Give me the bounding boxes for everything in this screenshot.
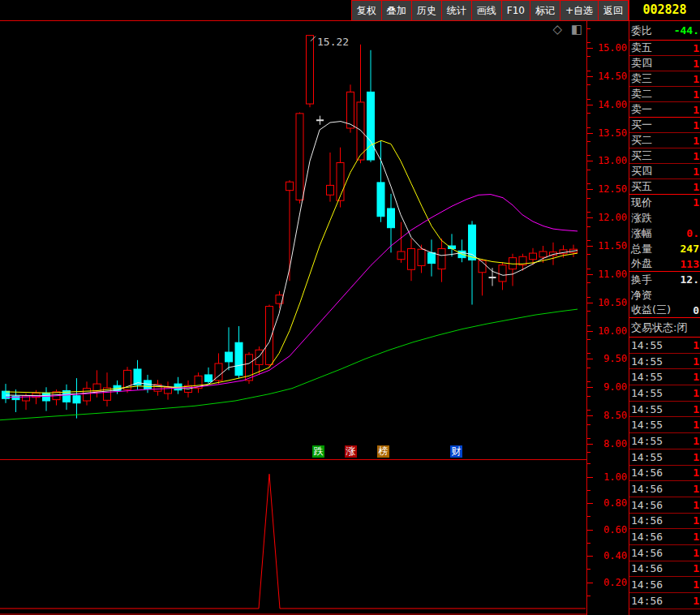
outer-vol-row: 外盘113 xyxy=(629,256,700,272)
toolbar-button-6[interactable]: F10 xyxy=(502,1,530,20)
ask-row-1[interactable]: 卖一1 xyxy=(629,102,700,118)
axis-tick xyxy=(587,212,590,213)
axis-tick xyxy=(587,183,590,184)
axis-tick xyxy=(587,381,590,382)
axis-tick xyxy=(587,516,590,517)
axis-tick xyxy=(587,410,590,411)
axis-tick xyxy=(587,424,590,425)
tick-price: 1 xyxy=(693,339,699,351)
diamond-icon[interactable]: ◇ xyxy=(552,22,562,37)
tag-跌[interactable]: 跌 xyxy=(312,445,324,458)
ask-row-3[interactable]: 卖三1 xyxy=(629,71,700,87)
axis-tick-label: 12.50 xyxy=(598,183,627,195)
tick-row: 14:561 xyxy=(629,514,700,530)
toolbar-button-8[interactable]: +自选 xyxy=(560,1,599,20)
axis-tick xyxy=(587,274,593,275)
tick-row: 14:561 xyxy=(629,466,700,482)
axis-tick xyxy=(587,503,593,504)
bid-row-5[interactable]: 买五1 xyxy=(629,179,700,195)
toolbar-button-2[interactable]: 叠加 xyxy=(382,1,412,20)
top-bar: 复权叠加历史统计画线F10标记+自选返回 002828 xyxy=(0,0,700,21)
change-pct-row-value: 0. xyxy=(686,227,699,239)
tick-time: 14:55 xyxy=(631,387,663,399)
change-pct-row-label: 涨幅 xyxy=(631,226,652,241)
axis-tick-label: 0.60 xyxy=(603,524,627,535)
axis-tick-label: 9.00 xyxy=(603,381,627,393)
tick-row: 14:551 xyxy=(629,433,700,449)
axis-tick-label: 8.50 xyxy=(603,410,627,421)
tick-price: 1 xyxy=(693,578,699,591)
axis-tick xyxy=(587,99,590,100)
volume-row: 总量247 xyxy=(629,241,700,256)
axis-tick xyxy=(587,56,590,57)
toolbar-button-4[interactable]: 统计 xyxy=(442,1,472,20)
indicator-chart[interactable] xyxy=(0,460,586,615)
tick-row: 14:551 xyxy=(629,338,700,354)
bid-row-4[interactable]: 买四1 xyxy=(629,164,700,179)
ask-row-4[interactable]: 卖四1 xyxy=(629,56,700,71)
axis-tick-label: 11.50 xyxy=(598,240,627,252)
axis-tick-label: 15.00 xyxy=(598,42,627,54)
axis-tick xyxy=(587,325,590,326)
stock-code: 002828 xyxy=(629,0,700,20)
tag-榜[interactable]: 榜 xyxy=(377,445,389,458)
toolbar-button-7[interactable]: 标记 xyxy=(530,1,560,20)
tick-row: 14:561 xyxy=(629,593,700,609)
tick-row: 14:551 xyxy=(629,369,700,385)
toolbar-button-9[interactable]: 返回 xyxy=(599,1,629,20)
bid-row-2[interactable]: 买二1 xyxy=(629,133,700,148)
ask-row-2-value: 1 xyxy=(693,88,699,101)
toolbar-button-5[interactable]: 画线 xyxy=(472,1,502,20)
axis-tick xyxy=(587,339,590,340)
outer-vol-row-label: 外盘 xyxy=(631,256,652,271)
main-chart[interactable]: 15.22 ◇ ◧ 跌涨榜财 xyxy=(0,21,586,460)
axis-tick xyxy=(587,556,593,557)
axis-tick xyxy=(587,463,590,464)
ask-row-4-label: 卖四 xyxy=(631,56,652,71)
axis-tick xyxy=(587,48,593,49)
bid-row-5-value: 1 xyxy=(693,181,699,193)
ask-row-5-label: 卖五 xyxy=(631,41,652,55)
eps-row: 收益(三)0 xyxy=(629,303,700,318)
bid-row-3-label: 买三 xyxy=(631,148,652,163)
bid-row-2-value: 1 xyxy=(693,135,699,147)
tick-row: 14:551 xyxy=(629,449,700,466)
axis-tick xyxy=(587,543,590,544)
toolbar-button-1[interactable]: 复权 xyxy=(352,1,382,20)
axis-tick xyxy=(587,254,590,255)
tick-time: 14:56 xyxy=(631,514,663,527)
bid-row-5-label: 买五 xyxy=(631,179,652,194)
tick-time: 14:55 xyxy=(631,419,663,431)
bid-row-3[interactable]: 买三1 xyxy=(629,148,700,164)
bid-row-1-label: 买一 xyxy=(631,118,652,132)
tag-财[interactable]: 财 xyxy=(450,445,462,458)
volume-row-value: 247 xyxy=(681,243,699,255)
ask-row-3-value: 1 xyxy=(693,73,699,85)
axis-tick xyxy=(587,240,590,241)
axis-tick xyxy=(587,359,593,359)
axis-tick xyxy=(587,490,590,491)
toolbar-button-3[interactable]: 历史 xyxy=(412,1,442,20)
eps-row-value: 0 xyxy=(693,304,699,316)
tick-row: 14:551 xyxy=(629,402,700,418)
bid-row-1-value: 1 xyxy=(693,119,699,131)
axis-tick-label: 0.40 xyxy=(603,550,627,561)
axis-tick xyxy=(587,396,590,397)
axis-tick-label: 10.00 xyxy=(598,325,627,337)
axis-tick xyxy=(587,282,590,283)
tick-price: 1 xyxy=(693,387,699,399)
bid-row-1[interactable]: 买一1 xyxy=(629,118,700,133)
ask-row-5[interactable]: 卖五1 xyxy=(629,41,700,56)
tag-涨[interactable]: 涨 xyxy=(345,445,357,458)
axis-tick xyxy=(587,311,590,312)
tick-price: 1 xyxy=(693,483,699,495)
axis-tick xyxy=(587,42,590,43)
axis-tick xyxy=(587,530,593,531)
axis-tick xyxy=(587,105,593,105)
tick-time: 14:56 xyxy=(631,547,663,559)
axis-tick xyxy=(587,226,590,227)
tick-price: 1 xyxy=(693,562,699,574)
axis-tick xyxy=(587,387,593,388)
split-view-icon[interactable]: ◧ xyxy=(571,22,582,37)
ask-row-2[interactable]: 卖二1 xyxy=(629,87,700,102)
